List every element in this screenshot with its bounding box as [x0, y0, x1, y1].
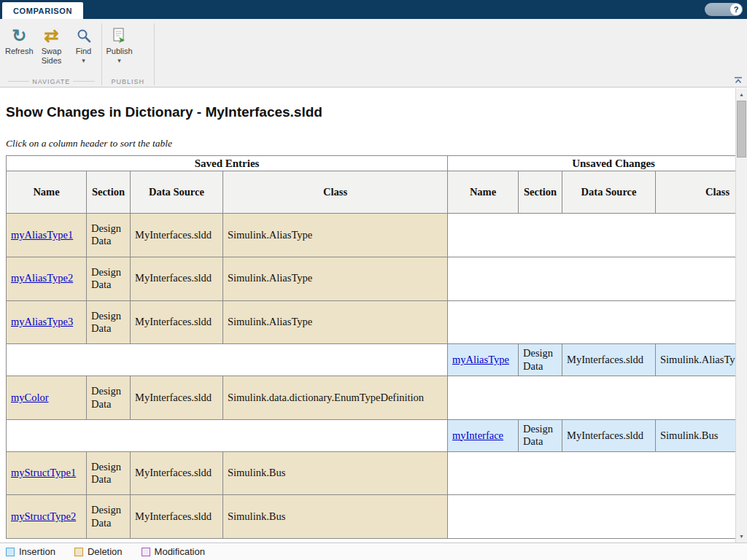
col-header-section-unsaved[interactable]: Section — [519, 171, 562, 214]
entry-link[interactable]: myStructType1 — [11, 467, 76, 478]
table-row: myColor Design Data MyInterfaces.sldd Si… — [7, 376, 736, 420]
find-icon — [76, 28, 92, 44]
entry-link[interactable]: myColor — [11, 392, 49, 403]
group-header-unsaved: Unsaved Changes — [448, 156, 735, 171]
group-header-row: Saved Entries Unsaved Changes — [7, 156, 736, 171]
comparison-table: Saved Entries Unsaved Changes Name Secti… — [6, 155, 735, 539]
col-header-name-saved[interactable]: Name — [7, 171, 87, 214]
section-cell: Design Data — [519, 419, 562, 451]
legend-modification: Modification — [142, 546, 205, 557]
refresh-icon: ↻ — [12, 27, 26, 44]
entry-link[interactable]: myAliasType3 — [11, 316, 73, 327]
scrollbar-thumb[interactable] — [737, 101, 746, 158]
column-header-row: Name Section Data Source Class Name Sect… — [7, 171, 736, 214]
section-cell: Design Data — [87, 451, 131, 495]
empty-cell — [448, 300, 735, 344]
entry-link[interactable]: myAliasType1 — [11, 229, 73, 241]
deletion-swatch-icon — [74, 548, 83, 556]
swap-sides-button[interactable]: ⇄ Swap Sides — [36, 23, 68, 67]
group-header-saved: Saved Entries — [7, 156, 448, 171]
entry-link[interactable]: myStructType2 — [11, 510, 76, 522]
legend-insertion-label: Insertion — [19, 546, 55, 557]
class-cell: Simulink.AliasType — [223, 214, 448, 257]
sort-hint: Click on a column header to sort the tab… — [6, 138, 729, 149]
empty-cell — [7, 344, 448, 376]
class-cell: Simulink.Bus — [223, 495, 448, 539]
toolstrip-divider — [154, 23, 155, 85]
section-cell: Design Data — [87, 495, 131, 539]
class-cell: Simulink.AliasType — [656, 344, 735, 376]
section-label-navigate: NAVIGATE — [3, 76, 100, 87]
scroll-down-icon[interactable]: ▼ — [736, 530, 747, 542]
class-cell: Simulink.data.dictionary.EnumTypeDefinit… — [223, 376, 448, 420]
page-title: Show Changes in Dictionary - MyInterface… — [6, 104, 729, 120]
empty-cell — [448, 376, 735, 420]
col-header-name-unsaved[interactable]: Name — [448, 171, 519, 214]
col-header-class-unsaved[interactable]: Class — [656, 171, 735, 214]
publish-dropdown-arrow-icon[interactable]: ▾ — [117, 57, 121, 64]
toolstrip-section-navigate: ↻ Refresh ⇄ Swap Sides Find ▾ NAVIGATE — [3, 20, 100, 87]
col-header-section-saved[interactable]: Section — [87, 171, 131, 214]
table-row: myStructType2 Design Data MyInterfaces.s… — [7, 495, 736, 539]
table-row: myStructType1 Design Data MyInterfaces.s… — [7, 451, 736, 495]
section-cell: Design Data — [87, 257, 131, 300]
source-cell: MyInterfaces.sldd — [131, 300, 223, 344]
section-cell: Design Data — [519, 344, 562, 376]
source-cell: MyInterfaces.sldd — [562, 344, 656, 376]
legend-insertion: Insertion — [6, 546, 55, 557]
legend-deletion-label: Deletion — [88, 546, 123, 557]
find-button[interactable]: Find ▾ — [68, 23, 100, 66]
comparison-table-container: Saved Entries Unsaved Changes Name Secti… — [6, 155, 735, 539]
table-row: myInterface Design Data MyInterfaces.sld… — [7, 419, 736, 451]
swap-sides-label-line2: Sides — [42, 56, 62, 66]
class-cell: Simulink.Bus — [223, 451, 448, 495]
empty-cell — [7, 419, 448, 451]
col-header-class-saved[interactable]: Class — [223, 171, 448, 214]
entry-link[interactable]: myAliasType — [452, 354, 509, 365]
source-cell: MyInterfaces.sldd — [131, 214, 223, 257]
find-dropdown-arrow-icon[interactable]: ▾ — [82, 57, 85, 64]
tab-comparison[interactable]: COMPARISON — [2, 2, 83, 19]
empty-cell — [448, 257, 735, 300]
table-row: myAliasType2 Design Data MyInterfaces.sl… — [7, 257, 736, 300]
refresh-button[interactable]: ↻ Refresh — [3, 23, 36, 58]
col-header-source-saved[interactable]: Data Source — [131, 171, 223, 214]
section-cell: Design Data — [87, 214, 131, 257]
modification-swatch-icon — [142, 548, 150, 556]
source-cell: MyInterfaces.sldd — [131, 257, 223, 300]
legend-modification-label: Modification — [155, 546, 205, 557]
section-cell: Design Data — [87, 300, 131, 344]
publish-icon — [111, 27, 128, 44]
empty-cell — [448, 214, 735, 257]
entry-link[interactable]: myInterface — [452, 429, 503, 441]
swap-sides-icon: ⇄ — [44, 27, 58, 44]
toolstrip: ↻ Refresh ⇄ Swap Sides Find ▾ NAVIGATE — [0, 19, 747, 88]
legend-bar: Insertion Deletion Modification — [0, 542, 747, 560]
scroll-up-icon[interactable]: ▲ — [736, 88, 747, 101]
section-cell: Design Data — [87, 376, 131, 420]
swap-sides-label-line1: Swap — [42, 47, 62, 56]
minimize-toolstrip-button[interactable] — [733, 76, 743, 85]
section-label-publish: PUBLISH — [104, 76, 153, 87]
source-cell: MyInterfaces.sldd — [562, 419, 656, 451]
table-row: myAliasType1 Design Data MyInterfaces.sl… — [7, 214, 736, 257]
titlebar: COMPARISON ? — [0, 0, 747, 19]
refresh-label: Refresh — [5, 47, 34, 56]
toolstrip-section-publish: Publish ▾ PUBLISH — [104, 20, 153, 87]
source-cell: MyInterfaces.sldd — [131, 451, 223, 495]
insertion-swatch-icon — [6, 548, 15, 556]
empty-cell — [448, 451, 735, 495]
source-cell: MyInterfaces.sldd — [131, 495, 223, 539]
col-header-source-unsaved[interactable]: Data Source — [562, 171, 656, 214]
source-cell: MyInterfaces.sldd — [131, 376, 223, 420]
legend-deletion: Deletion — [74, 546, 123, 557]
toolstrip-divider — [101, 23, 102, 85]
vertical-scrollbar[interactable]: ▲ ▼ — [735, 88, 747, 542]
class-cell: Simulink.Bus — [656, 419, 735, 451]
find-label: Find — [76, 47, 91, 56]
report-pane: Show Changes in Dictionary - MyInterface… — [0, 88, 747, 542]
entry-link[interactable]: myAliasType2 — [11, 272, 73, 284]
minimize-toolstrip-icon — [734, 77, 743, 84]
publish-button[interactable]: Publish ▾ — [104, 23, 136, 66]
help-button[interactable]: ? — [705, 3, 743, 16]
